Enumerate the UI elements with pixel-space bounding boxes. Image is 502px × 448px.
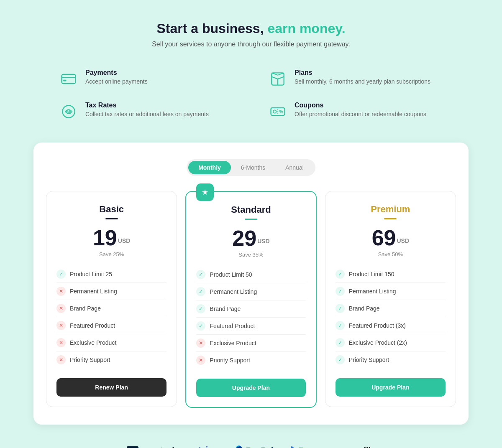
x-icon: ✕	[196, 339, 205, 348]
feature-coupons-title: Coupons	[295, 102, 426, 109]
plan-standard-name: Standard	[196, 204, 305, 215]
feature-tax-text: Tax Rates Collect tax rates or additiona…	[85, 102, 209, 117]
tab-monthly[interactable]: Monthly	[188, 161, 231, 174]
feature-text: Featured Product (3x)	[349, 322, 406, 329]
plan-standard-features: ✓ Product Limit 50 ✓ Permanent Listing ✓…	[196, 266, 305, 369]
feature-coupons-text: Coupons Offer promotional discount or re…	[295, 102, 426, 117]
list-item: ✓ Exclusive Product (2x)	[336, 334, 446, 351]
plan-basic-save: Save 25%	[56, 251, 166, 257]
page-wrapper: Start a business, earn money. Sell your …	[0, 0, 502, 448]
svg-point-8	[273, 110, 276, 113]
list-item: ✓ Featured Product	[196, 318, 305, 335]
check-icon: ✓	[336, 355, 345, 364]
tab-switcher: Monthly 6-Months Annual	[46, 159, 456, 176]
check-icon: ✓	[196, 304, 205, 313]
list-item: ✓ Brand Page	[336, 300, 446, 317]
tab-annual[interactable]: Annual	[275, 161, 314, 174]
plan-basic-underline	[105, 218, 118, 219]
feature-plans-desc: Sell monthly, 6 months and yearly plan s…	[295, 78, 430, 85]
hero-subtitle: Sell your services to anyone through our…	[33, 41, 469, 48]
list-item: ✕ Priority Support	[196, 352, 305, 369]
credit-card-icon	[59, 69, 79, 89]
payment-logos: paystack stripe PayPal Razorpay mollie	[33, 445, 469, 448]
list-item: ✓ Product Limit 150	[336, 266, 446, 283]
mollie-logo: mollie	[351, 446, 375, 448]
box-icon	[268, 69, 288, 89]
feature-tax: % Tax Rates Collect tax rates or additio…	[59, 102, 234, 122]
svg-rect-2	[63, 80, 66, 81]
check-icon: ✓	[196, 270, 205, 279]
list-item: ✕ Exclusive Product	[56, 334, 166, 351]
check-icon: ✓	[196, 287, 205, 296]
feature-text: Exclusive Product	[70, 339, 116, 346]
feature-text: Priority Support	[70, 356, 110, 363]
feature-text: Product Limit 25	[70, 271, 112, 277]
x-icon: ✕	[56, 321, 66, 330]
feature-payments-desc: Accept online payments	[85, 78, 148, 85]
plan-standard-price: 29USD	[196, 227, 305, 249]
x-icon: ✕	[56, 338, 66, 347]
feature-payments-title: Payments	[85, 69, 148, 76]
list-item: ✓ Product Limit 50	[196, 266, 305, 283]
feature-text: Featured Product	[210, 323, 255, 329]
feature-payments-text: Payments Accept online payments	[85, 69, 148, 85]
x-icon: ✕	[56, 355, 66, 364]
plan-basic-btn[interactable]: Renew Plan	[56, 378, 166, 397]
stripe-label: stripe	[192, 445, 219, 448]
list-item: ✕ Exclusive Product	[196, 335, 305, 352]
x-icon: ✕	[56, 304, 66, 313]
feature-text: Product Limit 150	[349, 271, 394, 277]
tab-6months[interactable]: 6-Months	[231, 161, 275, 174]
list-item: ✓ Permanent Listing	[336, 283, 446, 300]
plan-premium-amount: 69	[372, 226, 396, 250]
featured-star-badge: ★	[196, 183, 214, 201]
paystack-logo: paystack	[127, 446, 177, 448]
list-item: ✕ Featured Product	[56, 317, 166, 334]
feature-text: Featured Product	[70, 322, 115, 329]
plan-premium-currency: USD	[397, 237, 409, 244]
list-item: ✓ Brand Page	[196, 300, 305, 318]
list-item: ✕ Permanent Listing	[56, 283, 166, 300]
list-item: ✓ Product Limit 25	[56, 266, 166, 283]
plan-basic: Basic 19USD Save 25% ✓ Product Limit 25 …	[46, 191, 177, 407]
tab-group: Monthly 6-Months Annual	[187, 159, 315, 176]
plan-standard-save: Save 35%	[196, 252, 305, 258]
razorpay-logo: Razorpay	[288, 446, 336, 448]
check-icon: ✓	[336, 321, 345, 330]
feature-tax-title: Tax Rates	[85, 102, 209, 109]
plan-basic-features: ✓ Product Limit 25 ✕ Permanent Listing ✕…	[56, 266, 166, 368]
razorpay-label: Razorpay	[298, 446, 336, 448]
plan-standard-btn[interactable]: Upgrade Plan	[196, 379, 305, 397]
tax-icon: %	[59, 102, 79, 122]
feature-text: Brand Page	[70, 305, 101, 312]
plan-premium-name: Premium	[336, 204, 446, 215]
list-item: ✓ Featured Product (3x)	[336, 317, 446, 334]
feature-tax-desc: Collect tax rates or additional fees on …	[85, 111, 209, 117]
plan-basic-name: Basic	[56, 204, 166, 215]
coupon-icon: %	[268, 102, 288, 122]
feature-coupons-desc: Offer promotional discount or redeemable…	[295, 111, 426, 117]
svg-rect-11	[127, 446, 138, 448]
hero-title-start: Start a business,	[156, 21, 264, 36]
hero-title: Start a business, earn money.	[33, 21, 469, 36]
svg-text:%: %	[279, 109, 283, 114]
plan-premium-btn[interactable]: Upgrade Plan	[336, 378, 446, 397]
pricing-container: Monthly 6-Months Annual Basic 19USD Save…	[33, 143, 469, 425]
plan-standard: ★ Standard 29USD Save 35% ✓ Product Limi…	[185, 191, 316, 408]
check-icon: ✓	[336, 270, 345, 279]
plan-premium-features: ✓ Product Limit 150 ✓ Permanent Listing …	[336, 266, 446, 368]
paypal-label: PayPal	[246, 446, 274, 448]
feature-text: Priority Support	[210, 357, 250, 364]
feature-text: Priority Support	[349, 356, 389, 363]
x-icon: ✕	[196, 356, 205, 365]
mollie-label: mollie	[351, 446, 375, 448]
features-grid: Payments Accept online payments Plans Se…	[33, 69, 469, 122]
hero-title-accent: earn money.	[267, 21, 345, 36]
feature-text: Brand Page	[349, 305, 380, 312]
plan-standard-currency: USD	[257, 238, 270, 244]
plan-basic-price: 19USD	[56, 227, 166, 249]
svg-rect-0	[62, 74, 76, 84]
plan-premium: Premium 69USD Save 50% ✓ Product Limit 1…	[325, 191, 456, 407]
paystack-label: paystack	[141, 446, 177, 448]
plans-grid: Basic 19USD Save 25% ✓ Product Limit 25 …	[46, 191, 456, 408]
